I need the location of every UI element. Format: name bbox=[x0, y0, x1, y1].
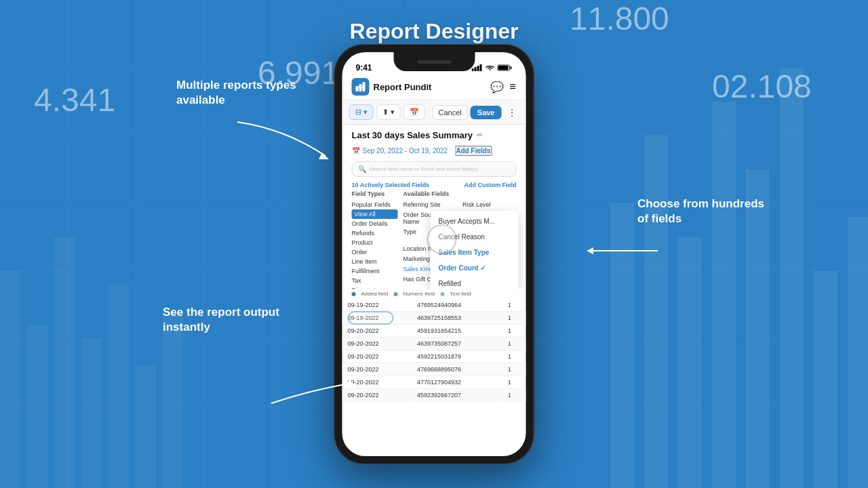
page-content: Report Designer 9:41 bbox=[0, 0, 868, 488]
phone-mockup: 9:41 bbox=[334, 44, 534, 464]
calendar-small-icon: 📅 bbox=[352, 147, 360, 155]
legend-dot-numeric bbox=[394, 292, 398, 296]
field-type-line-item[interactable]: Line Item bbox=[352, 257, 398, 266]
battery-icon bbox=[498, 64, 513, 71]
cell-order-id: 4769524940964 bbox=[412, 299, 502, 312]
field-type-product[interactable]: Product bbox=[352, 238, 398, 247]
legend-dot-text bbox=[440, 292, 444, 296]
header-actions: 💬 ≡ bbox=[490, 81, 516, 94]
dropdown-item-order-count[interactable]: Order Count ✓ bbox=[431, 260, 519, 276]
share-icon: ⬆ bbox=[382, 108, 389, 117]
calendar-icon: 📅 bbox=[410, 108, 419, 117]
wifi-icon bbox=[486, 64, 495, 71]
dropdown-item-buyer[interactable]: Buyer Accepts M... bbox=[431, 214, 519, 229]
cell-order-id: 4592215031879 bbox=[412, 350, 502, 363]
data-table: 09-19-2022 4769524940964 1 09-19-2022 46… bbox=[342, 299, 526, 402]
field-types-header: Field Types bbox=[352, 190, 398, 197]
signal-icon bbox=[472, 64, 483, 71]
table-row: 09-20-2022 4592392667207 1 bbox=[342, 389, 526, 402]
cell-count: 1 bbox=[502, 350, 526, 363]
available-fields-header: Available Fields bbox=[403, 190, 517, 197]
date-range-text: Sep 20, 2022 - Oct 19, 2022 bbox=[363, 147, 448, 155]
field-type-order[interactable]: Order bbox=[352, 247, 398, 257]
cell-count: 1 bbox=[502, 312, 526, 325]
field-type-discounts[interactable]: Discounts bbox=[352, 285, 398, 289]
cell-count: 1 bbox=[502, 363, 526, 376]
field-count-text: 10 Actively Selected Fields bbox=[352, 182, 430, 188]
add-fields-button[interactable]: Add Fields bbox=[454, 146, 492, 156]
cell-date: 09-19-2022 bbox=[342, 299, 412, 312]
cell-order-id: 4770127904932 bbox=[412, 376, 502, 389]
app-header: Report Pundit 💬 ≡ bbox=[342, 74, 526, 100]
dropdown-item-refilled[interactable]: Refilled bbox=[431, 276, 519, 289]
report-title: Last 30 days Sales Summary bbox=[352, 130, 473, 140]
table-row: 09-20-2022 4769668895076 1 bbox=[342, 363, 526, 376]
phone-speaker bbox=[417, 60, 451, 64]
callout-bottom-left: See the report output instantly bbox=[163, 305, 305, 335]
table-container: 09-19-2022 4769524940964 1 09-19-2022 46… bbox=[342, 299, 526, 402]
cancel-button[interactable]: Cancel bbox=[433, 105, 468, 120]
cell-order-id: 4591931654215 bbox=[412, 325, 502, 338]
dropdown-item-cancel[interactable]: Cancel Reason bbox=[431, 229, 519, 245]
dropdown-menu: Buyer Accepts M... Cancel Reason Sales I… bbox=[431, 211, 519, 289]
page-title: Report Designer bbox=[350, 19, 519, 44]
edit-icon[interactable]: ✏ bbox=[477, 131, 483, 140]
cell-count: 1 bbox=[502, 389, 526, 402]
share-btn[interactable]: ⬆ ▾ bbox=[376, 104, 401, 120]
cell-date: 09-20-2022 bbox=[342, 350, 412, 363]
menu-icon[interactable]: ≡ bbox=[509, 81, 516, 93]
cell-order-id: 4769668895076 bbox=[412, 363, 502, 376]
search-placeholder: Search field name or Scroll and select f… bbox=[370, 166, 479, 172]
layout-btn-chevron: ▾ bbox=[363, 108, 368, 117]
available-fields-column: Available Fields Referring Site Risk Lev… bbox=[403, 190, 517, 289]
cell-count: 1 bbox=[502, 338, 526, 350]
table-row: 09-20-2022 4591931654215 1 bbox=[342, 325, 526, 338]
table-row: 09-20-2022 4592215031879 1 bbox=[342, 350, 526, 363]
calendar-btn[interactable]: 📅 bbox=[403, 104, 425, 120]
legend-numeric-label: Numeric field bbox=[403, 291, 435, 297]
svg-rect-36 bbox=[480, 64, 482, 71]
phone-body: 9:41 bbox=[334, 44, 534, 464]
dropdown-item-sales-type[interactable]: Sales Item Type bbox=[431, 245, 519, 260]
cell-order-id: 4639735087257 bbox=[412, 338, 502, 350]
field-type-popular[interactable]: Popular Fields bbox=[352, 200, 398, 209]
save-button[interactable]: Save bbox=[471, 106, 502, 119]
arrow-bottom-left bbox=[264, 369, 359, 410]
field-type-fulfillment[interactable]: Fulfillment bbox=[352, 266, 398, 276]
add-custom-field-btn[interactable]: Add Custom Field bbox=[465, 182, 517, 188]
field-type-tax[interactable]: Tax bbox=[352, 276, 398, 285]
search-bar[interactable]: 🔍 Search field name or Scroll and select… bbox=[352, 161, 517, 177]
field-types-column: Field Types Popular Fields View All Orde… bbox=[352, 190, 398, 289]
field-referring-site[interactable]: Referring Site bbox=[403, 200, 458, 209]
svg-rect-39 bbox=[511, 66, 512, 69]
cell-order-id: 4639725158553 bbox=[412, 312, 502, 325]
more-options-icon[interactable]: ⋮ bbox=[505, 106, 519, 119]
toolbar: ⊟ ▾ ⬆ ▾ 📅 Cancel Save ⋮ bbox=[342, 100, 526, 125]
svg-rect-33 bbox=[472, 68, 474, 71]
table-row: 09-20-2022 4639735087257 1 bbox=[342, 338, 526, 350]
logo-icon bbox=[352, 78, 370, 96]
cell-date: 09-19-2022 bbox=[342, 312, 412, 325]
arrow-top-left bbox=[231, 115, 339, 169]
callout-bottom-left-text: See the report output instantly bbox=[163, 306, 279, 333]
field-type-order-details[interactable]: Order Details bbox=[352, 219, 398, 228]
date-range-row: 📅 Sep 20, 2022 - Oct 19, 2022 Add Fields bbox=[342, 143, 526, 159]
field-risk-level[interactable]: Risk Level bbox=[462, 200, 517, 209]
field-type-view-all[interactable]: View All bbox=[352, 209, 398, 219]
cell-count: 1 bbox=[502, 325, 526, 338]
field-type-refunds[interactable]: Refunds bbox=[352, 228, 398, 238]
layout-btn[interactable]: ⊟ ▾ bbox=[349, 104, 374, 120]
cell-date: 09-20-2022 bbox=[342, 325, 412, 338]
field-selector: Field Types Popular Fields View All Orde… bbox=[342, 190, 526, 289]
status-icons bbox=[472, 64, 513, 71]
messages-icon[interactable]: 💬 bbox=[490, 81, 504, 94]
cell-date: 09-20-2022 bbox=[342, 338, 412, 350]
share-chevron: ▾ bbox=[391, 108, 395, 117]
svg-rect-35 bbox=[477, 66, 479, 71]
table-body: 09-19-2022 4769524940964 1 09-19-2022 46… bbox=[342, 299, 526, 402]
cell-count: 1 bbox=[502, 299, 526, 312]
date-range-value[interactable]: 📅 Sep 20, 2022 - Oct 19, 2022 bbox=[352, 147, 448, 155]
callout-top-left-text: Multiple reports types available bbox=[176, 79, 296, 106]
arrow-right bbox=[583, 234, 665, 268]
svg-marker-44 bbox=[346, 380, 356, 386]
